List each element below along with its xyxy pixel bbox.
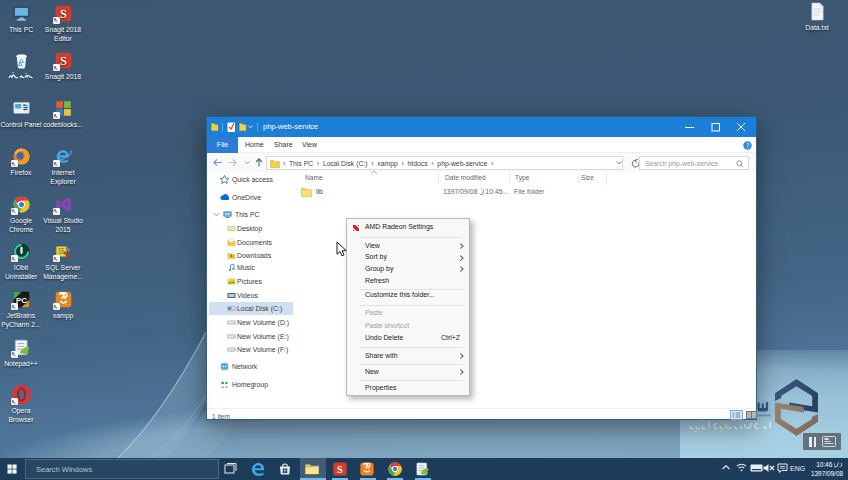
svg-text:S: S (60, 6, 67, 20)
svg-text:S: S (337, 464, 343, 475)
svg-text:S: S (60, 54, 67, 68)
svg-text:?: ? (746, 142, 750, 149)
